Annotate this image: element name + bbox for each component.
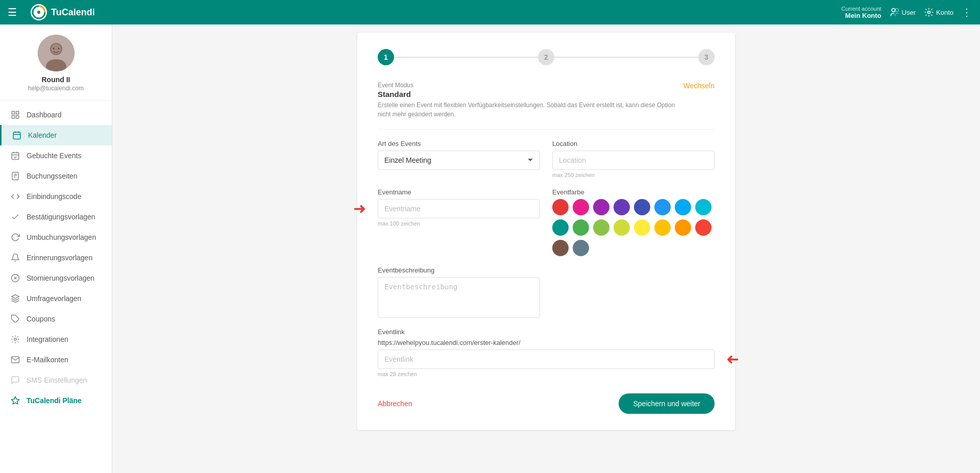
- color-swatch-12[interactable]: [634, 219, 650, 236]
- color-swatch-2[interactable]: [593, 199, 609, 215]
- wechseln-button[interactable]: Wechseln: [683, 82, 715, 90]
- sidebar-item-label: Integrationen: [27, 335, 68, 343]
- refresh-icon: [10, 232, 20, 242]
- step-1: 1: [378, 49, 394, 65]
- eventlink-url: https://wehelpyou.tucalendi.com/erster-k…: [378, 339, 715, 346]
- art-des-events-select[interactable]: Einzel MeetingGruppen MeetingOnline Meet…: [378, 151, 540, 170]
- abbrechen-button[interactable]: Abbrechen: [378, 400, 412, 408]
- color-swatch-9[interactable]: [573, 219, 589, 236]
- step-line-2: [554, 57, 698, 58]
- topbar-right: Current account Mein Konto User Konto ⋮: [841, 6, 980, 19]
- svg-point-9: [53, 48, 54, 49]
- logo-text: TuCalendi: [51, 7, 95, 18]
- sidebar-item-label: SMS Einstellungen: [27, 376, 87, 384]
- color-swatch-16[interactable]: [552, 240, 569, 256]
- grid-icon: [10, 110, 20, 120]
- more-options-icon[interactable]: ⋮: [962, 6, 972, 18]
- menu-button[interactable]: ☰: [0, 0, 24, 24]
- sidebar-item-einbindungscode[interactable]: Einbindungscode: [0, 186, 112, 207]
- sidebar-item-dashboard[interactable]: Dashboard: [0, 105, 112, 125]
- color-swatch-3[interactable]: [614, 199, 630, 215]
- location-hint: max 250 zeichen: [552, 172, 715, 178]
- code-icon: [10, 191, 20, 202]
- account-name: Mein Konto: [845, 12, 881, 19]
- color-swatch-10[interactable]: [593, 219, 609, 236]
- color-swatch-15[interactable]: [695, 219, 712, 236]
- avatar: [38, 35, 75, 71]
- sidebar-item-emailkonten[interactable]: E-Mailkonten: [0, 350, 112, 370]
- sidebar-item-label: Umfragevorlagen: [27, 294, 81, 303]
- sidebar-item-umfrage[interactable]: Umfragevorlagen: [0, 288, 112, 309]
- svg-point-3: [895, 9, 898, 12]
- sidebar-item-label: Coupons: [27, 315, 55, 323]
- eventname-hint: max 100 zeichen: [378, 220, 540, 227]
- svg-rect-13: [12, 116, 14, 118]
- color-swatch-14[interactable]: [675, 219, 691, 236]
- main-content: 1 2 3 Event Modus Standard Erstelle eine…: [112, 0, 980, 473]
- sidebar: Round II help@tucalendi.com Dashboard Ka…: [0, 0, 112, 473]
- eventbeschreibung-label: Eventbeschreibung: [378, 266, 540, 274]
- color-grid: [552, 199, 715, 256]
- color-swatch-0[interactable]: [552, 199, 569, 215]
- event-modus-label: Event Modus: [378, 82, 683, 89]
- color-swatch-17[interactable]: [573, 240, 589, 256]
- konto-label: Konto: [936, 9, 953, 16]
- sidebar-item-integrationen[interactable]: Integrationen: [0, 329, 112, 350]
- sidebar-item-erinnerung[interactable]: Erinnerungsvorlagen: [0, 247, 112, 268]
- svg-rect-14: [16, 116, 19, 118]
- eventname-input[interactable]: [378, 199, 540, 218]
- eventbeschreibung-input[interactable]: [378, 277, 540, 318]
- message-icon: [10, 375, 20, 385]
- save-button[interactable]: Speichern und weiter: [619, 393, 715, 414]
- step-line-1: [394, 57, 538, 58]
- eventbeschreibung-group: Eventbeschreibung: [378, 266, 540, 318]
- calendar-check-icon: [10, 151, 20, 161]
- color-swatch-7[interactable]: [695, 199, 712, 215]
- location-input[interactable]: [552, 151, 715, 170]
- svg-rect-12: [16, 111, 19, 114]
- svg-point-1: [37, 11, 40, 14]
- sidebar-nav: Dashboard Kalender Gebuchte Events Buchu…: [0, 101, 112, 473]
- topbar-user-button[interactable]: User: [890, 7, 916, 17]
- user-label: User: [902, 9, 916, 16]
- color-swatch-1[interactable]: [573, 199, 589, 215]
- sidebar-item-gebuchte-events[interactable]: Gebuchte Events: [0, 145, 112, 166]
- sidebar-profile: Round II help@tucalendi.com: [0, 24, 112, 101]
- color-swatch-5[interactable]: [654, 199, 671, 215]
- sidebar-item-label: Gebuchte Events: [27, 152, 81, 160]
- eventname-label: Eventname: [378, 188, 540, 196]
- color-swatch-6[interactable]: [675, 199, 691, 215]
- svg-marker-30: [12, 295, 19, 299]
- svg-point-32: [14, 338, 17, 341]
- sidebar-item-coupons[interactable]: Coupons: [0, 309, 112, 329]
- layers-icon: [10, 293, 20, 304]
- mail-icon: [10, 355, 20, 365]
- eventlink-label: Eventlink: [378, 328, 715, 336]
- sidebar-item-umbuchung[interactable]: Umbuchungsvorlagen: [0, 227, 112, 247]
- sidebar-item-buchungsseiten[interactable]: Buchungsseiten: [0, 166, 112, 186]
- eventlink-group: Eventlink https://wehelpyou.tucalendi.co…: [378, 328, 715, 377]
- svg-point-2: [892, 9, 895, 12]
- sidebar-item-tucalendi-plaene[interactable]: TuCalendi Pläne: [0, 390, 112, 411]
- form-footer: Abbrechen Speichern und weiter: [378, 393, 715, 414]
- bell-icon: [10, 253, 20, 263]
- check-icon: [10, 212, 20, 222]
- eventname-group: Eventname ➜ max 100 zeichen: [378, 188, 540, 256]
- svg-point-10: [58, 48, 59, 49]
- sidebar-user-email: help@tucalendi.com: [28, 85, 84, 92]
- calendar-icon: [12, 130, 22, 140]
- color-swatch-4[interactable]: [634, 199, 650, 215]
- color-swatch-8[interactable]: [552, 219, 569, 236]
- location-label: Location: [552, 140, 715, 147]
- topbar-logo: TuCalendi: [24, 4, 101, 20]
- color-swatch-11[interactable]: [614, 219, 630, 236]
- sidebar-item-label: Einbindungscode: [27, 192, 81, 201]
- divider: [378, 129, 715, 130]
- sidebar-item-stornierung[interactable]: Stornierungsvorlagen: [0, 268, 112, 288]
- color-swatch-13[interactable]: [654, 219, 671, 236]
- sidebar-item-bestaetigung[interactable]: Bestätigungsvorlagen: [0, 207, 112, 227]
- eventfarbe-spacer: [552, 266, 715, 318]
- sidebar-item-kalender[interactable]: Kalender: [0, 125, 112, 145]
- eventlink-input[interactable]: [378, 350, 715, 369]
- topbar-konto-button[interactable]: Konto: [924, 7, 953, 17]
